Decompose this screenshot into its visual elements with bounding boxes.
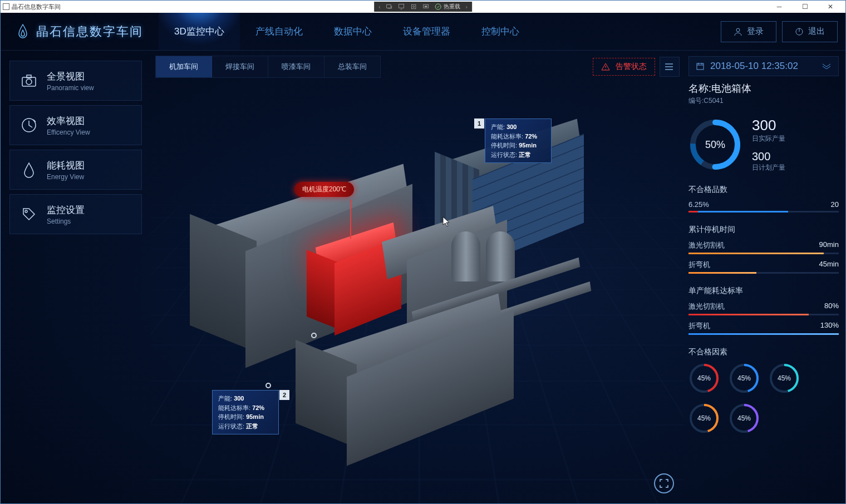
- sidebar-item-efficiency[interactable]: 效率视图Efficency View: [9, 105, 142, 145]
- svg-rect-11: [27, 75, 31, 78]
- 3d-viewport[interactable]: 电机温度200℃ 1 产能: 300 能耗达标率: 72% 停机时间: 95mi…: [151, 78, 684, 503]
- sidebar-item-settings[interactable]: 监控设置Settings: [9, 194, 142, 234]
- fullscreen-button[interactable]: [654, 473, 674, 493]
- date-picker[interactable]: 2018-05-10 12:35:02: [688, 56, 839, 76]
- debug-toolbar: ‹ 热重载 ›: [374, 2, 472, 12]
- factor-circle-3: 45%: [688, 403, 720, 434]
- svg-rect-1: [399, 4, 404, 8]
- tool-icon-3[interactable]: [411, 3, 417, 10]
- downtime-row-0: 激光切割机90min: [688, 240, 839, 250]
- energy-row-1: 折弯机130%: [688, 321, 839, 331]
- downtime-title: 累计停机时间: [688, 225, 839, 235]
- svg-point-10: [26, 79, 32, 85]
- tab-machining[interactable]: 机加车间: [156, 56, 212, 77]
- svg-rect-5: [425, 6, 427, 7]
- chevron-right-icon[interactable]: ›: [466, 4, 468, 10]
- svg-point-3: [413, 6, 415, 8]
- actual-output: 300: [752, 117, 785, 134]
- clock-icon: [20, 116, 38, 134]
- warning-icon: [601, 62, 610, 71]
- hot-reload-indicator[interactable]: 热重载: [435, 3, 460, 11]
- alarm-status[interactable]: 告警状态: [593, 58, 655, 76]
- minimize-button[interactable]: ─: [766, 1, 792, 12]
- top-nav: 晶石信息数字车间 3D监控中心 产线自动化 数据中心 设备管理器 控制中心 登录…: [1, 13, 845, 51]
- sidebar-item-energy[interactable]: 能耗视图Energy View: [9, 150, 142, 190]
- energy-row-0: 激光切割机80%: [688, 302, 839, 312]
- svg-rect-2: [412, 4, 416, 9]
- nav-device-manager[interactable]: 设备管理器: [387, 13, 466, 50]
- close-button[interactable]: ✕: [818, 1, 843, 12]
- svg-point-14: [665, 63, 666, 65]
- flame-icon: [16, 23, 29, 40]
- nav-automation[interactable]: 产线自动化: [240, 13, 318, 50]
- callout-2[interactable]: 2 产能: 300 能耗达标率: 72% 停机时间: 95min 运行状态: 正…: [212, 390, 279, 434]
- factor-circle-2: 45%: [769, 363, 800, 394]
- chevron-left-icon[interactable]: ‹: [378, 4, 380, 10]
- completion-gauge: 50%: [688, 118, 742, 171]
- maximize-button[interactable]: ☐: [792, 1, 818, 12]
- tab-welding[interactable]: 焊接车间: [212, 56, 268, 77]
- factor-circles: 45% 45% 45% 45% 45%: [688, 363, 839, 434]
- tab-assembly[interactable]: 总装车间: [324, 56, 380, 77]
- defective-row: 6.25%20: [688, 200, 839, 209]
- list-toggle-button[interactable]: [660, 57, 680, 77]
- downtime-row-1: 折弯机45min: [688, 260, 839, 270]
- svg-point-15: [665, 66, 666, 67]
- window-titlebar: 晶石信息数字车间 ‹ 热重载 › ─ ☐ ✕: [1, 1, 845, 13]
- right-panel: 2018-05-10 12:35:02 名称:电池箱体 编号:C5041: [684, 51, 845, 503]
- logo: 晶石信息数字车间: [1, 23, 159, 40]
- factor-circle-0: 45%: [688, 363, 720, 394]
- app-icon: [3, 3, 9, 10]
- power-icon: [795, 27, 804, 36]
- logo-text: 晶石信息数字车间: [36, 23, 143, 40]
- svg-point-7: [736, 28, 740, 32]
- sidebar: 全景视图Panoramic view 效率视图Efficency View 能耗…: [1, 51, 151, 503]
- planned-output: 300: [752, 150, 785, 163]
- window-title: 晶石信息数字车间: [12, 3, 61, 11]
- logout-button[interactable]: 退出: [782, 21, 838, 42]
- detail-code: 编号:C5041: [688, 96, 839, 106]
- sidebar-item-panoramic[interactable]: 全景视图Panoramic view: [9, 61, 142, 101]
- workshop-tabs: 机加车间 焊接车间 喷漆车间 总装车间: [155, 56, 381, 78]
- tab-painting[interactable]: 喷漆车间: [268, 56, 324, 77]
- factors-title: 不合格因素: [688, 347, 839, 357]
- login-button[interactable]: 登录: [721, 21, 776, 42]
- svg-rect-17: [697, 63, 704, 70]
- canvas-area: 机加车间 焊接车间 喷漆车间 总装车间 告警状态: [151, 51, 684, 503]
- callout-1[interactable]: 1 产能: 300 能耗达标率: 72% 停机时间: 95min 运行状态: 正…: [485, 118, 552, 163]
- tool-icon-4[interactable]: [423, 3, 430, 10]
- temperature-badge: 电机温度200℃: [294, 182, 354, 197]
- nav-control-center[interactable]: 控制中心: [466, 13, 535, 50]
- tag-icon: [20, 205, 38, 223]
- energy-title: 单产能耗达标率: [688, 286, 839, 296]
- camera-icon: [20, 72, 38, 90]
- svg-rect-0: [387, 4, 391, 8]
- calendar-icon: [696, 62, 705, 71]
- factor-circle-4: 45%: [729, 403, 760, 434]
- nav-data-center[interactable]: 数据中心: [318, 13, 387, 50]
- svg-point-6: [436, 4, 441, 9]
- detail-name: 名称:电池箱体: [688, 82, 839, 95]
- chevron-down-icon: [822, 61, 832, 72]
- defective-title: 不合格品数: [688, 185, 839, 195]
- nav-3d-monitor[interactable]: 3D监控中心: [159, 13, 240, 50]
- factor-circle-1: 45%: [729, 363, 760, 394]
- drop-icon: [20, 161, 38, 179]
- tool-icon-1[interactable]: [386, 3, 393, 10]
- svg-point-16: [665, 69, 666, 70]
- tool-icon-2[interactable]: [399, 3, 405, 10]
- user-icon: [734, 27, 742, 36]
- svg-point-13: [25, 210, 27, 213]
